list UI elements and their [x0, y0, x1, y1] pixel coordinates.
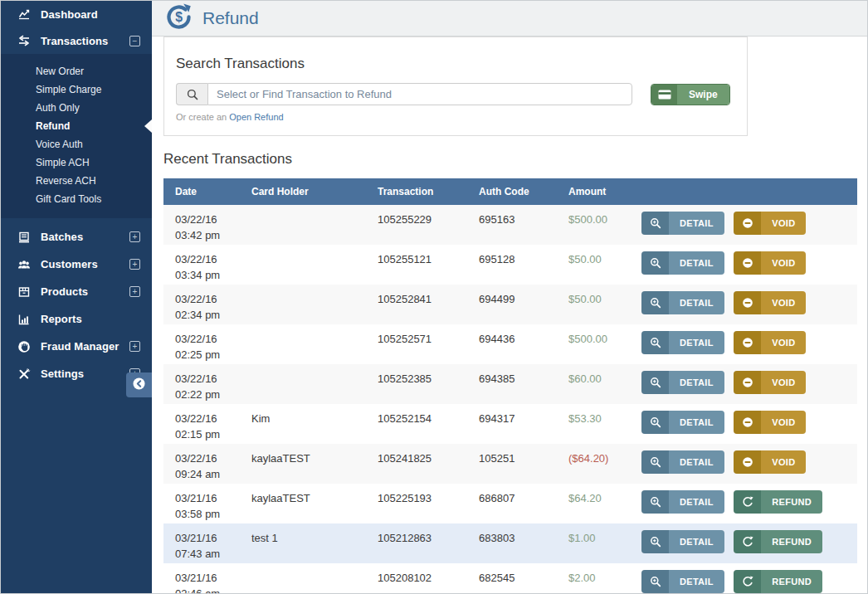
sidebar-item-products[interactable]: Products + [1, 278, 152, 305]
open-refund-link[interactable]: Open Refund [229, 112, 283, 122]
collapse-icon[interactable]: − [129, 36, 140, 46]
minus-circle-icon [734, 411, 761, 434]
sidebar-collapse-button[interactable] [126, 372, 152, 397]
detail-button[interactable]: DETAIL [641, 530, 724, 553]
submenu-item-voice-auth[interactable]: Voice Auth [1, 135, 152, 153]
submenu-item-refund[interactable]: Refund [1, 117, 152, 135]
cell-date: 03/21/16 02:46 am [163, 563, 240, 593]
void-button[interactable]: VOID [734, 212, 806, 235]
void-button[interactable]: VOID [734, 251, 806, 275]
minus-circle-icon [734, 450, 761, 474]
void-button[interactable]: VOID [734, 411, 806, 434]
minus-circle-icon [734, 251, 761, 275]
cell-amount: $50.00 [557, 245, 630, 285]
cell-transaction: 105208102 [366, 563, 467, 593]
void-button[interactable]: VOID [734, 331, 806, 354]
sidebar-groups: Batches + Customers + Products + [1, 218, 152, 387]
search-icon [176, 83, 207, 105]
sidebar-item-transactions[interactable]: Transactions − [1, 27, 152, 54]
page-title: Refund [202, 8, 259, 28]
cell-auth-code: 694436 [467, 324, 557, 364]
detail-button[interactable]: DETAIL [641, 331, 724, 354]
refund-circular-arrow-icon: $ [163, 2, 194, 36]
column-header-amount: Amount [557, 178, 630, 205]
submenu-item-simple-charge[interactable]: Simple Charge [1, 80, 152, 99]
cell-card-holder [240, 205, 366, 245]
main-content: $ Refund Search Transactions [152, 1, 867, 593]
sidebar-item-label: Fraud Manager [41, 340, 119, 353]
expand-icon[interactable]: + [129, 231, 140, 242]
sidebar: Dashboard Transactions − New Order Simpl… [1, 1, 152, 593]
expand-icon[interactable]: + [129, 259, 140, 270]
cell-date: 03/22/16 09:24 am [163, 444, 240, 484]
detail-button[interactable]: DETAIL [641, 251, 724, 275]
batches-icon [17, 231, 32, 244]
submenu-item-new-order[interactable]: New Order [1, 62, 152, 80]
sidebar-item-batches[interactable]: Batches + [1, 223, 152, 251]
zoom-in-icon [641, 570, 669, 593]
cell-transaction: 105241825 [366, 444, 467, 484]
table-row: 03/21/16 02:46 am 105208102 682545 $2.00… [163, 563, 857, 593]
transaction-search-input[interactable] [207, 83, 632, 105]
settings-tools-icon [17, 368, 32, 381]
cell-card-holder: test 1 [240, 523, 366, 563]
table-header-row: Date Card Holder Transaction Auth Code A… [163, 178, 857, 205]
detail-button[interactable]: DETAIL [641, 450, 724, 474]
cell-auth-code: 682545 [467, 563, 557, 593]
expand-icon[interactable]: + [129, 286, 140, 297]
detail-button[interactable]: DETAIL [641, 291, 724, 314]
zoom-in-icon [641, 291, 669, 314]
detail-button[interactable]: DETAIL [641, 490, 724, 514]
table-row: 03/21/16 03:58 pm kaylaaTEST 105225193 6… [163, 484, 857, 523]
cell-date: 03/22/16 02:22 pm [163, 364, 240, 404]
detail-button[interactable]: DETAIL [641, 371, 724, 394]
submenu-item-label: Refund [36, 120, 70, 132]
column-header-card-holder: Card Holder [240, 178, 366, 205]
detail-button[interactable]: DETAIL [641, 411, 724, 434]
cell-date: 03/21/16 03:58 pm [163, 484, 240, 523]
refund-button[interactable]: REFUND [734, 570, 822, 593]
column-header-actions [630, 178, 857, 205]
void-button[interactable]: VOID [734, 291, 806, 314]
submenu-item-reverse-ach[interactable]: Reverse ACH [1, 172, 152, 190]
cell-auth-code: 694317 [467, 404, 557, 444]
fraud-manager-hand-icon [17, 340, 32, 353]
cell-amount: $50.00 [557, 285, 630, 324]
sidebar-item-label: Dashboard [41, 8, 98, 21]
void-button[interactable]: VOID [734, 450, 806, 474]
refund-button[interactable]: REFUND [734, 490, 822, 514]
refund-button[interactable]: REFUND [734, 530, 822, 553]
void-button[interactable]: VOID [734, 371, 806, 394]
zoom-in-icon [641, 490, 669, 514]
detail-button[interactable]: DETAIL [641, 212, 724, 235]
sidebar-item-reports[interactable]: Reports [1, 305, 152, 333]
swipe-button[interactable]: Swipe [651, 84, 730, 105]
table-row: 03/22/16 03:42 pm 105255229 695163 $500.… [163, 205, 857, 245]
cell-transaction: 105255229 [366, 205, 467, 245]
sidebar-item-label: Transactions [41, 35, 108, 47]
submenu-item-auth-only[interactable]: Auth Only [1, 99, 152, 117]
sidebar-item-fraud-manager[interactable]: Fraud Manager + [1, 333, 152, 360]
cell-card-holder [240, 364, 366, 404]
arrow-left-circle-icon [132, 377, 146, 393]
detail-button[interactable]: DETAIL [641, 570, 724, 593]
submenu-item-gift-card-tools[interactable]: Gift Card Tools [1, 190, 152, 208]
cell-transaction: 105212863 [366, 523, 467, 563]
cell-date: 03/22/16 03:34 pm [163, 245, 240, 285]
sidebar-item-label: Reports [41, 313, 82, 325]
sidebar-item-customers[interactable]: Customers + [1, 251, 152, 278]
sidebar-item-dashboard[interactable]: Dashboard [1, 1, 152, 27]
minus-circle-icon [734, 212, 761, 235]
cell-card-holder [240, 285, 366, 324]
cell-amount: $1.00 [557, 523, 630, 563]
submenu-item-simple-ach[interactable]: Simple ACH [1, 153, 152, 172]
expand-icon[interactable]: + [129, 341, 140, 352]
cell-transaction: 105225193 [366, 484, 467, 523]
cell-amount: $2.00 [557, 563, 630, 593]
cell-amount: ($64.20) [557, 444, 630, 484]
credit-card-icon [651, 85, 677, 105]
cell-transaction: 105252154 [366, 404, 467, 444]
cell-transaction: 105252841 [366, 285, 467, 324]
svg-text:$: $ [175, 10, 183, 24]
recent-transactions-table: Date Card Holder Transaction Auth Code A… [163, 178, 857, 593]
